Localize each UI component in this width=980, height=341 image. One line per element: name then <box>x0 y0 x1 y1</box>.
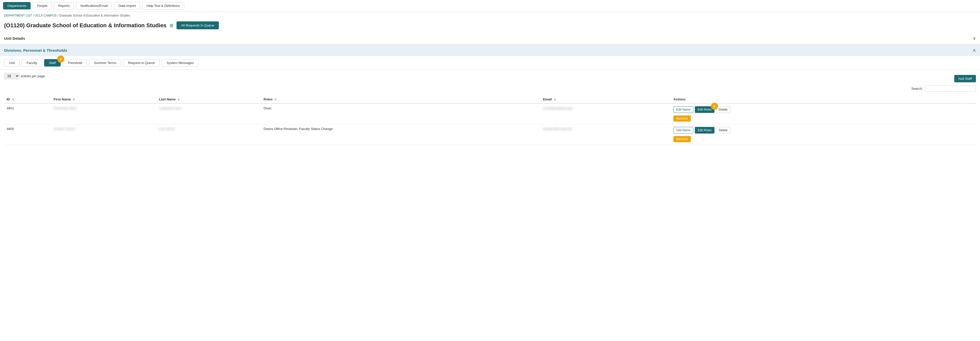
divisions-section: Divisions, Personnel & Thresholds ∧ Unit… <box>0 44 980 70</box>
edit-roles-wrapper-4801: Edit Roles 5 <box>695 106 714 113</box>
table-header-row: ID ⇅ First Name ⇅ Last Name ⇅ Roles ⇅ Em… <box>4 95 976 103</box>
top-navigation: Departments People Reports Notifications… <box>0 0 980 12</box>
nav-departments[interactable]: Departments <box>3 2 30 10</box>
blurred-email-4800: another@email.edu <box>543 127 572 131</box>
content-area: 25 50 100 entries per page Add Staff Sea… <box>0 70 980 148</box>
unit-details-chevron: ∨ <box>973 35 976 41</box>
blurred-email-4801: email@address.edu <box>543 106 573 110</box>
tab-threshold[interactable]: Threshold <box>63 59 87 67</box>
add-staff-button[interactable]: Add Staff <box>954 75 976 82</box>
action-btns-4801: Edit Name Edit Roles 5 Delete Become <box>673 106 974 122</box>
breadcrumb-department-list[interactable]: DEPARTMENT LIST <box>4 14 32 17</box>
unit-details-section[interactable]: Unit Details ∨ <box>0 32 980 44</box>
search-label: Search: <box>912 87 923 90</box>
delete-btn-4801[interactable]: Delete <box>716 106 730 113</box>
staff-table: ID ⇅ First Name ⇅ Last Name ⇅ Roles ⇅ Em… <box>4 95 976 145</box>
cell-id-4801: 4801 <box>4 103 51 124</box>
edit-name-btn-4801[interactable]: Edit Name <box>673 106 693 113</box>
col-actions: Actions <box>671 95 976 103</box>
cell-lastname-4801: Lastname Here <box>156 103 261 124</box>
nav-help-text[interactable]: Help Text & Definitions <box>142 2 184 10</box>
tab-system-messages[interactable]: System Messages <box>162 59 199 67</box>
cell-email-4800: another@email.edu <box>540 124 671 145</box>
blurred-lastname-4800: Last Name <box>159 127 175 131</box>
cell-lastname-4800: Last Name <box>156 124 261 145</box>
cell-actions-4800: Edit Name Edit Roles Delete Become <box>671 124 976 145</box>
unit-details-title: Unit Details <box>4 36 25 41</box>
page-title: (O1120) Graduate School of Education & I… <box>4 22 167 29</box>
entries-row: 25 50 100 entries per page <box>4 73 45 79</box>
cell-id-4800: 4800 <box>4 124 51 145</box>
search-row: Search: <box>912 86 976 92</box>
col-roles: Roles ⇅ <box>261 95 540 103</box>
page-title-row: (O1120) Graduate School of Education & I… <box>0 19 980 32</box>
cell-roles-4801: Dean <box>261 103 540 124</box>
nav-people[interactable]: People <box>33 2 51 10</box>
action-btns-4800: Edit Name Edit Roles Delete Become <box>673 127 974 142</box>
divisions-chevron: ∧ <box>973 48 976 53</box>
delete-btn-4800[interactable]: Delete <box>716 127 730 133</box>
edit-name-btn-4800[interactable]: Edit Name <box>673 127 693 133</box>
all-requests-button[interactable]: All Requests In Queue <box>177 21 219 29</box>
sort-lastname-icon[interactable]: ⇅ <box>178 98 180 101</box>
sort-email-icon[interactable]: ⇅ <box>554 98 556 101</box>
entries-label: entries per page <box>21 74 45 78</box>
nav-notifications-email[interactable]: Notifications/Email <box>76 2 112 10</box>
col-id: ID ⇅ <box>4 95 51 103</box>
table-row: 4801 Firstname Here Lastname Here Dean e… <box>4 103 976 124</box>
tab-request-in-queue[interactable]: Request in Queue <box>123 59 160 67</box>
divisions-header[interactable]: Divisions, Personnel & Thresholds ∧ <box>0 44 980 56</box>
sort-id-icon[interactable]: ⇅ <box>12 98 14 101</box>
add-staff-row: Add Staff <box>954 73 976 84</box>
cell-firstname-4801: Firstname Here <box>51 103 156 124</box>
breadcrumb: DEPARTMENT LIST / UCLA CAMPUS / Graduate… <box>0 12 980 19</box>
entries-per-page-select[interactable]: 25 50 100 <box>4 73 19 79</box>
blurred-lastname-4801: Lastname Here <box>159 106 181 110</box>
col-email: Email ⇅ <box>540 95 671 103</box>
cell-email-4801: email@address.edu <box>540 103 671 124</box>
sort-firstname-icon[interactable]: ⇅ <box>73 98 75 101</box>
tab-summer-terms[interactable]: Summer Terms <box>89 59 121 67</box>
edit-roles-btn-4800[interactable]: Edit Roles <box>695 127 714 133</box>
edit-roles-badge: 5 <box>711 103 718 110</box>
cell-roles-4800: Deans Office Reviewer, Faculty Status Ch… <box>261 124 540 145</box>
cell-actions-4801: Edit Name Edit Roles 5 Delete Become <box>671 103 976 124</box>
tab-staff-wrapper: Staff 4 <box>44 59 61 67</box>
blurred-firstname-4800: Another Name <box>54 127 75 131</box>
nav-data-import[interactable]: Data Import <box>114 2 140 10</box>
tree-icon[interactable]: ⊞ <box>170 23 173 28</box>
become-btn-4800[interactable]: Become <box>673 136 691 142</box>
top-actions-row: 25 50 100 entries per page Add Staff Sea… <box>4 73 976 94</box>
breadcrumb-current: Graduate School of Education & Informati… <box>59 14 130 17</box>
blurred-firstname-4801: Firstname Here <box>54 106 76 110</box>
nav-reports[interactable]: Reports <box>54 2 74 10</box>
staff-tab-badge: 4 <box>57 56 64 63</box>
cell-firstname-4800: Another Name <box>51 124 156 145</box>
tab-row: Unit Faculty Staff 4 Threshold Summer Te… <box>0 56 980 70</box>
divisions-title: Divisions, Personnel & Thresholds <box>4 48 67 52</box>
sort-roles-icon[interactable]: ⇅ <box>274 98 277 101</box>
search-input[interactable] <box>925 86 976 92</box>
col-last-name: Last Name ⇅ <box>156 95 261 103</box>
table-row: 4800 Another Name Last Name Deans Office… <box>4 124 976 145</box>
breadcrumb-ucla-campus[interactable]: UCLA CAMPUS <box>35 14 57 17</box>
tab-unit[interactable]: Unit <box>4 59 20 67</box>
become-btn-4801[interactable]: Become <box>673 116 691 122</box>
col-first-name: First Name ⇅ <box>51 95 156 103</box>
tab-faculty[interactable]: Faculty <box>22 59 42 67</box>
